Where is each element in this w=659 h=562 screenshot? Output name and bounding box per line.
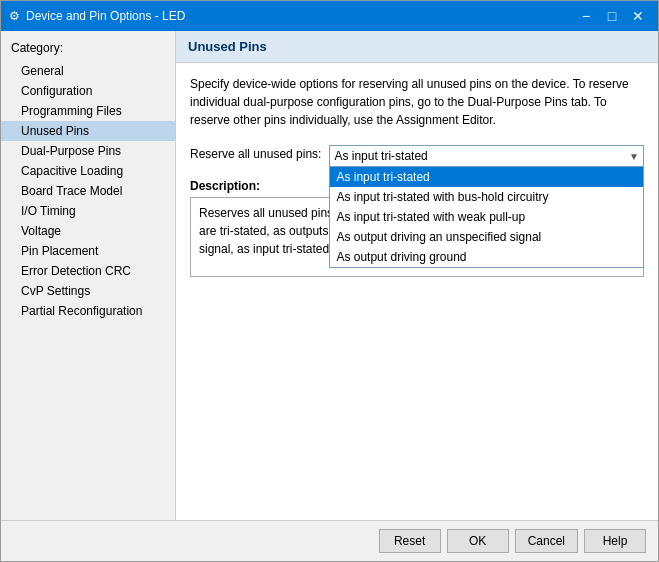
cancel-button[interactable]: Cancel [515,529,578,553]
panel-header: Unused Pins [176,31,658,63]
sidebar-item-cvp-settings[interactable]: CvP Settings [1,281,175,301]
panel-description: Specify device-wide options for reservin… [190,75,644,129]
title-bar-controls: − □ ✕ [574,6,650,26]
panel-body: Specify device-wide options for reservin… [176,63,658,520]
content-area: Category: General Configuration Programm… [1,31,658,520]
ok-button[interactable]: OK [447,529,509,553]
sidebar-list: General Configuration Programming Files … [1,61,175,321]
dropdown-option-0[interactable]: As input tri-stated [330,167,643,187]
footer: Reset OK Cancel Help [1,520,658,561]
main-window: ⚙ Device and Pin Options - LED − □ ✕ Cat… [0,0,659,562]
title-bar-left: ⚙ Device and Pin Options - LED [9,9,185,23]
help-button[interactable]: Help [584,529,646,553]
dropdown-selected-value: As input tri-stated [334,149,427,163]
reset-button[interactable]: Reset [379,529,441,553]
maximize-button[interactable]: □ [600,6,624,26]
dropdown-arrow-icon: ▼ [629,151,639,162]
right-panel: Unused Pins Specify device-wide options … [176,31,658,520]
sidebar-item-voltage[interactable]: Voltage [1,221,175,241]
reserve-dropdown[interactable]: As input tri-stated ▼ [329,145,644,167]
dropdown-option-3[interactable]: As output driving an unspecified signal [330,227,643,247]
sidebar-item-dual-purpose-pins[interactable]: Dual-Purpose Pins [1,141,175,161]
title-bar: ⚙ Device and Pin Options - LED − □ ✕ [1,1,658,31]
sidebar-item-pin-placement[interactable]: Pin Placement [1,241,175,261]
sidebar-item-capacitive-loading[interactable]: Capacitive Loading [1,161,175,181]
sidebar-item-board-trace-model[interactable]: Board Trace Model [1,181,175,201]
sidebar-item-partial-reconfiguration[interactable]: Partial Reconfiguration [1,301,175,321]
panel-title: Unused Pins [188,39,267,54]
dropdown-option-4[interactable]: As output driving ground [330,247,643,267]
sidebar-item-configuration[interactable]: Configuration [1,81,175,101]
category-label: Category: [1,41,175,61]
dropdown-container: As input tri-stated ▼ As input tri-state… [329,145,644,167]
sidebar-item-programming-files[interactable]: Programming Files [1,101,175,121]
close-button[interactable]: ✕ [626,6,650,26]
sidebar-item-unused-pins[interactable]: Unused Pins [1,121,175,141]
dropdown-option-1[interactable]: As input tri-stated with bus-hold circui… [330,187,643,207]
dropdown-option-2[interactable]: As input tri-stated with weak pull-up [330,207,643,227]
reserve-label: Reserve all unused pins: [190,145,321,161]
dropdown-menu: As input tri-stated As input tri-stated … [329,166,644,268]
left-panel: Category: General Configuration Programm… [1,31,176,520]
sidebar-item-io-timing[interactable]: I/O Timing [1,201,175,221]
window-title: Device and Pin Options - LED [26,9,185,23]
window-icon: ⚙ [9,9,20,23]
minimize-button[interactable]: − [574,6,598,26]
sidebar-item-general[interactable]: General [1,61,175,81]
form-row-reserve: Reserve all unused pins: As input tri-st… [190,145,644,167]
sidebar-item-error-detection-crc[interactable]: Error Detection CRC [1,261,175,281]
